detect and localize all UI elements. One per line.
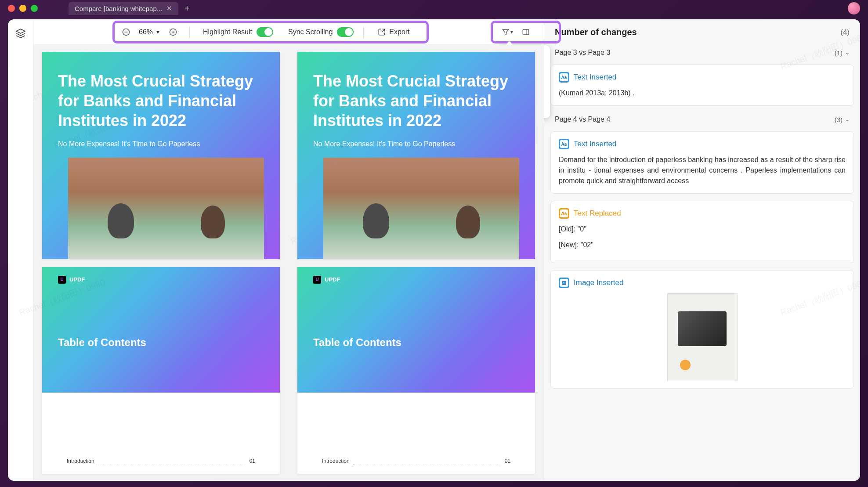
panel-icon	[522, 28, 530, 36]
cover-title: The Most Crucial Strategy for Banks and …	[58, 71, 264, 130]
svg-rect-2	[523, 29, 529, 35]
chevron-down-icon: ▼	[156, 29, 160, 35]
chevron-down-icon: ⌄	[845, 116, 850, 123]
left-rail	[8, 19, 33, 481]
toggle-panel-button[interactable]	[519, 25, 532, 39]
text-replaced-icon: Aa	[559, 208, 569, 219]
change-group-header[interactable]: Page 3 vs Page 3 (1)⌄	[544, 43, 860, 62]
inserted-image-thumbnail	[667, 293, 738, 381]
divider	[189, 26, 190, 38]
browser-tab[interactable]: Compare [banking whitepap... ✕	[69, 2, 178, 15]
cover-title: The Most Crucial Strategy for Banks and …	[313, 71, 519, 130]
changes-panel: Rachel（欧阳田）0980 Rachel（欧阳田）0980 Rachel（欧…	[544, 19, 860, 481]
avatar[interactable]	[848, 2, 860, 14]
divider	[363, 26, 364, 38]
document-right[interactable]: The Most Crucial Strategy for Banks and …	[289, 45, 544, 481]
page-thumbnail[interactable]: UUPDF Table of Contents Introduction 01	[42, 267, 280, 474]
page-thumbnail[interactable]: The Most Crucial Strategy for Banks and …	[42, 52, 280, 259]
chevron-down-icon: ▾	[510, 29, 513, 35]
updf-logo-icon: U	[313, 276, 321, 284]
zoom-out-button[interactable]	[119, 25, 133, 39]
new-tab-button[interactable]: +	[184, 4, 190, 14]
group-title: Page 4 vs Page 4	[555, 115, 610, 123]
change-card-text-inserted[interactable]: Aa Text Inserted Demand for the introduc…	[550, 131, 854, 194]
toc-title: Table of Contents	[313, 336, 519, 349]
page-thumbnail[interactable]: The Most Crucial Strategy for Banks and …	[297, 52, 535, 259]
change-card-text-replaced[interactable]: Aa Text Replaced [Old]: "0" [New]: "02"	[550, 201, 854, 263]
change-type-label: Text Inserted	[574, 140, 616, 148]
export-button[interactable]: Export	[373, 25, 414, 39]
window-close-button[interactable]	[8, 5, 15, 12]
change-group-header[interactable]: Page 4 vs Page 4 (3)⌄	[544, 110, 860, 129]
layers-icon[interactable]	[15, 28, 26, 39]
new-value: [New]: "02"	[559, 240, 846, 250]
highlight-result-toggle[interactable]	[257, 27, 273, 37]
highlight-result-label: Highlight Result	[203, 28, 252, 36]
export-label: Export	[389, 28, 409, 36]
window-minimize-button[interactable]	[19, 5, 26, 12]
export-icon	[378, 28, 386, 36]
toc-title: Table of Contents	[58, 336, 264, 349]
zoom-select[interactable]: 66% ▼	[136, 26, 163, 38]
updf-label: UPDF	[69, 276, 85, 283]
cover-subtitle: No More Expenses! It's Time to Go Paperl…	[313, 140, 519, 148]
window-maximize-button[interactable]	[31, 5, 38, 12]
group-title: Page 3 vs Page 3	[555, 49, 610, 57]
zoom-in-button[interactable]	[166, 25, 180, 39]
filter-icon	[502, 28, 510, 36]
change-type-label: Image Inserted	[574, 278, 623, 287]
change-body: Demand for the introduction of paperless…	[559, 155, 846, 186]
toolbar: 66% ▼ Highlight Result Sync Scrolling Ex	[33, 19, 544, 45]
close-icon[interactable]: ✕	[166, 4, 172, 12]
text-inserted-icon: Aa	[559, 72, 569, 83]
change-type-label: Text Inserted	[574, 73, 616, 82]
sync-scrolling-label: Sync Scrolling	[288, 28, 333, 36]
change-body: (Kumari 2013a; 2013b) .	[559, 88, 846, 98]
toc-row: Introduction 01	[313, 453, 519, 469]
image-inserted-icon: 🖼	[559, 278, 569, 288]
chevron-down-icon: ⌄	[845, 50, 850, 56]
group-count: (3)	[835, 116, 843, 123]
panel-total-count: (4)	[840, 28, 850, 37]
tab-title: Compare [banking whitepap...	[75, 5, 162, 12]
text-inserted-icon: Aa	[559, 139, 569, 149]
old-value: [Old]: "0"	[559, 224, 846, 234]
change-card-image-inserted[interactable]: 🖼 Image Inserted	[550, 270, 854, 389]
updf-label: UPDF	[325, 276, 340, 283]
zoom-value: 66%	[139, 28, 153, 36]
sync-scrolling-toggle[interactable]	[337, 27, 354, 37]
change-type-label: Text Replaced	[574, 209, 621, 218]
document-left[interactable]: The Most Crucial Strategy for Banks and …	[33, 45, 289, 481]
panel-title: Number of changes	[555, 27, 637, 37]
cover-subtitle: No More Expenses! It's Time to Go Paperl…	[58, 140, 264, 148]
updf-logo-icon: U	[58, 276, 66, 284]
page-thumbnail[interactable]: UUPDF Table of Contents Introduction 01	[297, 267, 535, 474]
cover-image	[68, 158, 264, 259]
group-count: (1)	[835, 49, 843, 57]
toc-item-page: 01	[250, 458, 255, 464]
cover-image	[323, 158, 519, 259]
toc-item-page: 01	[505, 458, 510, 464]
toc-item-label: Introduction	[322, 458, 350, 464]
filter-button[interactable]: ▾	[501, 25, 514, 39]
toc-row: Introduction 01	[58, 453, 264, 469]
change-card-text-inserted[interactable]: Aa Text Inserted (Kumari 2013a; 2013b) .	[550, 65, 854, 106]
toc-item-label: Introduction	[67, 458, 94, 464]
